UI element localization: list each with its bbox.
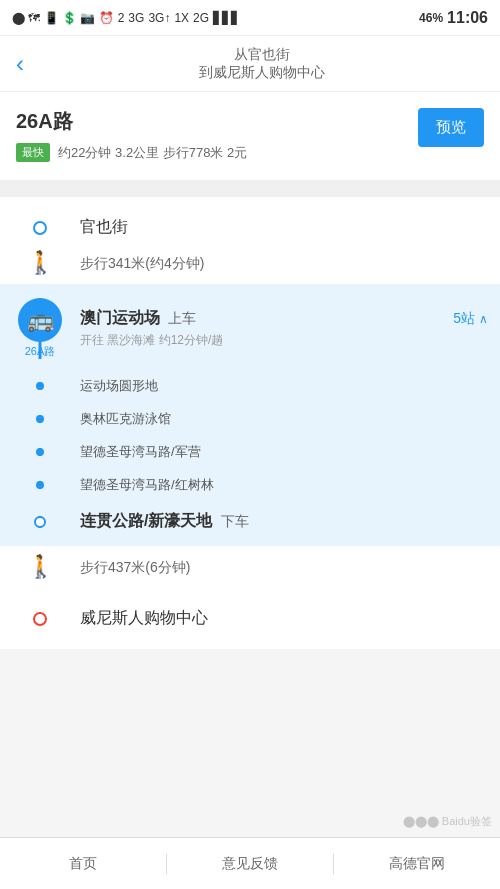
stop-content-4: 望德圣母湾马路/红树林 (80, 475, 488, 494)
stops-count: 5站 (453, 310, 475, 328)
walk1-icon: 🚶 (27, 250, 54, 276)
network-badge: 2 (118, 11, 125, 25)
walk1-icon-col: 🚶 (0, 250, 80, 276)
end-station-content: 威尼斯人购物中心 (80, 608, 500, 629)
battery-text: 46% (419, 11, 443, 25)
walk1-text: 步行341米(约4分钟) (80, 255, 204, 271)
signal-text2: 3G↑ (148, 11, 170, 25)
walk2-icon: 🚶 (27, 554, 54, 580)
header-title: 从官也街 到威尼斯人购物中心 (40, 46, 484, 82)
board-action: 上车 (168, 310, 196, 326)
stop-content-1: 运动场圆形地 (80, 376, 488, 395)
end-icon-col (0, 612, 80, 626)
stop-content-2: 奥林匹克游泳馆 (80, 409, 488, 428)
bottom-nav: 首页 意见反馈 高德官网 (0, 837, 500, 889)
tag-fastest: 最快 (16, 143, 50, 162)
stop-row-1: 运动场圆形地 (0, 369, 500, 402)
stop-name-2: 奥林匹克游泳馆 (80, 411, 171, 426)
time-display: 11:06 (447, 9, 488, 27)
header-from: 从官也街 (234, 46, 290, 64)
stop-row-2: 奥林匹克游泳馆 (0, 402, 500, 435)
stop-icon-col-3 (0, 448, 80, 456)
section-divider (0, 181, 500, 197)
header: ‹ 从官也街 到威尼斯人购物中心 (0, 36, 500, 92)
stop-content-3: 望德圣母湾马路/军营 (80, 442, 488, 461)
stop-row-4: 望德圣母湾马路/红树林 (0, 468, 500, 501)
bus-icon-col: 🚌 26A路 (0, 298, 80, 359)
start-icon-col (0, 221, 80, 235)
bus-info: 开往 黑沙海滩 约12分钟/趟 (80, 332, 488, 349)
start-station-row: 官也街 (0, 197, 500, 242)
header-to: 到威尼斯人购物中心 (199, 64, 325, 82)
signal-bars: ▋▋▋ (213, 11, 240, 25)
chevron-up-icon: ∧ (479, 312, 488, 326)
watermark: ⬤⬤⬤ Baidu验签 (403, 814, 492, 829)
alight-dot-icon (34, 516, 46, 528)
stop-icon-col-4 (0, 481, 80, 489)
status-bar: ⬤ 🗺 📱 💲 📷 ⏰ 2 3G 3G↑ 1X 2G ▋▋▋ 46% 11:06 (0, 0, 500, 36)
walk1-row: 🚶 步行341米(约4分钟) (0, 242, 500, 284)
status-left: ⬤ 🗺 📱 💲 📷 ⏰ 2 3G 3G↑ 1X 2G ▋▋▋ (12, 11, 240, 25)
walk2-icon-col: 🚶 (0, 554, 80, 580)
signal-text4: 2G (193, 11, 209, 25)
back-button[interactable]: ‹ (16, 50, 24, 78)
walk1-content: 步行341米(约4分钟) (80, 254, 500, 273)
bus-header-content: 澳门运动场 上车 5站 ∧ 开往 黑沙海滩 约12分钟/趟 (80, 308, 488, 349)
end-station-name: 威尼斯人购物中心 (80, 609, 208, 626)
stop-row-3: 望德圣母湾马路/军营 (0, 435, 500, 468)
nav-official[interactable]: 高德官网 (334, 855, 500, 873)
stop-dot-3 (36, 448, 44, 456)
signal-text3: 1X (174, 11, 189, 25)
stop-icon-col-1 (0, 382, 80, 390)
walk2-row: 🚶 步行437米(6分钟) (0, 546, 500, 588)
status-right: 46% 11:06 (419, 9, 488, 27)
alight-icon-col (0, 516, 80, 528)
bus-header-row: 🚌 26A路 澳门运动场 上车 5站 ∧ 开往 黑沙海滩 约12分钟/趟 (0, 284, 500, 369)
walk2-text: 步行437米(6分钟) (80, 559, 190, 575)
preview-button[interactable]: 预览 (418, 108, 484, 147)
start-station-name: 官也街 (80, 218, 128, 235)
stop-name-4: 望德圣母湾马路/红树林 (80, 477, 214, 492)
route-name: 26A路 (16, 108, 418, 135)
start-station-content: 官也街 (80, 217, 500, 238)
stop-dot-1 (36, 382, 44, 390)
stop-dot-4 (36, 481, 44, 489)
stop-dot-2 (36, 415, 44, 423)
stop-name-1: 运动场圆形地 (80, 378, 158, 393)
alight-station: 连贯公路/新濠天地 (80, 512, 212, 529)
route-info: 26A路 最快 约22分钟 3.2公里 步行778米 2元 (16, 108, 418, 168)
route-tags: 最快 约22分钟 3.2公里 步行778米 2元 (16, 143, 418, 162)
bus-section: 🚌 26A路 澳门运动场 上车 5站 ∧ 开往 黑沙海滩 约12分钟/趟 (0, 284, 500, 546)
route-details: 约22分钟 3.2公里 步行778米 2元 (58, 144, 247, 162)
route-steps: 官也街 🚶 步行341米(约4分钟) 🚌 26A路 澳门运动场 上 (0, 197, 500, 649)
alight-content: 连贯公路/新濠天地 下车 (80, 511, 488, 532)
stop-name-3: 望德圣母湾马路/军营 (80, 444, 201, 459)
stop-icon-col-2 (0, 415, 80, 423)
end-station-row: 威尼斯人购物中心 (0, 588, 500, 649)
bus-icon: 🚌 (18, 298, 62, 342)
nav-home[interactable]: 首页 (0, 855, 166, 873)
bus-board-row: 澳门运动场 上车 5站 ∧ (80, 308, 488, 329)
start-circle-icon (33, 221, 47, 235)
nav-feedback[interactable]: 意见反馈 (167, 855, 333, 873)
bus-board-station-group: 澳门运动场 上车 (80, 308, 196, 329)
walk2-content: 步行437米(6分钟) (80, 558, 500, 577)
board-station: 澳门运动场 (80, 309, 160, 326)
stops-badge[interactable]: 5站 ∧ (453, 310, 488, 328)
alight-action: 下车 (221, 513, 249, 529)
alight-row: 连贯公路/新濠天地 下车 (0, 501, 500, 546)
end-circle-icon (33, 612, 47, 626)
app-icons: ⬤ 🗺 📱 💲 📷 ⏰ (12, 11, 114, 25)
signal-text: 3G (128, 11, 144, 25)
route-summary: 26A路 最快 约22分钟 3.2公里 步行778米 2元 预览 (0, 92, 500, 181)
